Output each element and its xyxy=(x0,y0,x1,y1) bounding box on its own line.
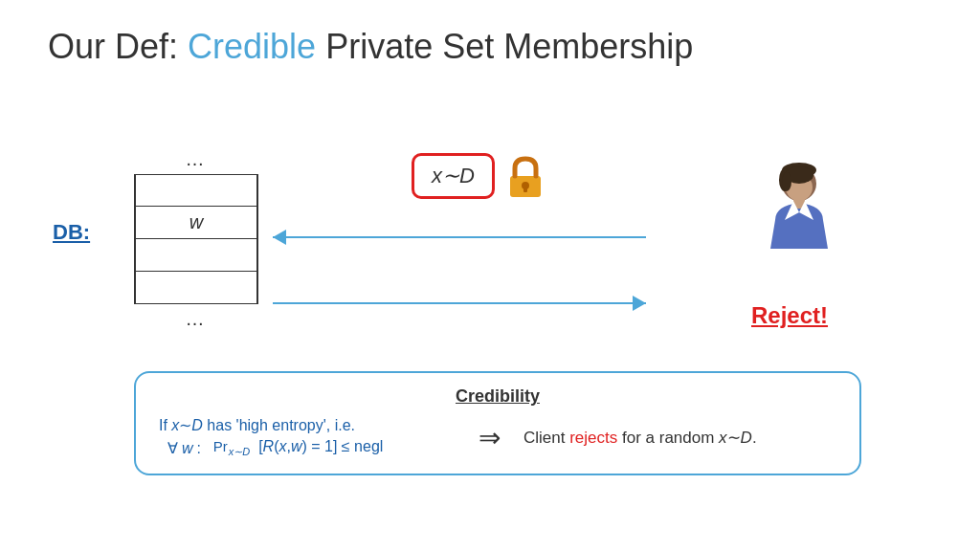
db-rows: w xyxy=(134,174,258,304)
xd-text: x∼D xyxy=(432,164,475,187)
svg-point-11 xyxy=(782,172,791,191)
db-row-w-label: w xyxy=(189,211,203,233)
title-prefix: Our Def: xyxy=(48,27,188,66)
client-icon xyxy=(766,163,833,244)
db-row-w: w xyxy=(136,207,256,239)
arrow-right xyxy=(273,302,646,304)
db-row-empty-1 xyxy=(136,174,256,207)
credibility-right: Client rejects for a random x∼D. xyxy=(523,428,836,448)
db-label: DB: xyxy=(53,220,90,245)
xd-box: x∼D xyxy=(412,153,495,199)
title-highlight: Credible xyxy=(188,27,316,66)
rejects-word: rejects xyxy=(569,429,617,447)
credibility-line1: If x∼D has 'high entropy', i.e. xyxy=(159,416,456,434)
lock-icon xyxy=(505,155,546,208)
svg-rect-2 xyxy=(523,186,527,192)
db-row-empty-2 xyxy=(136,239,256,272)
db-row-empty-3 xyxy=(136,272,256,304)
db-dots-top: … xyxy=(134,148,258,170)
credibility-content: If x∼D has 'high entropy', i.e. ∀w: Prx∼… xyxy=(159,416,836,458)
db-dots-bottom: … xyxy=(134,308,258,330)
reject-label: Reject! xyxy=(751,302,828,329)
credibility-box: Credibility If x∼D has 'high entropy', i… xyxy=(134,371,861,475)
credibility-title: Credibility xyxy=(159,386,836,407)
db-table: … w … xyxy=(134,148,258,330)
title-suffix: Private Set Membership xyxy=(316,27,693,66)
arrow-left xyxy=(273,236,646,238)
pr-expression: Prx∼D [R(x,w) = 1] ≤ negl xyxy=(213,438,384,458)
credibility-left: If x∼D has 'high entropy', i.e. ∀w: Prx∼… xyxy=(159,416,456,458)
credibility-line2: ∀w: Prx∼D [R(x,w) = 1] ≤ negl xyxy=(159,438,456,458)
implication-arrow: ⇒ xyxy=(479,422,501,453)
page-title: Our Def: Credible Private Set Membership xyxy=(48,27,693,67)
